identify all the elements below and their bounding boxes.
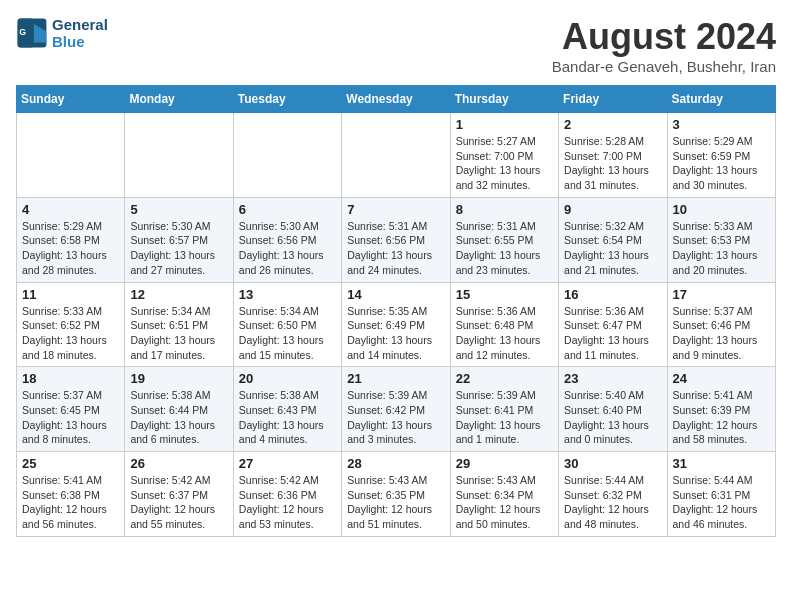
calendar-cell: 31Sunrise: 5:44 AM Sunset: 6:31 PM Dayli… — [667, 452, 775, 537]
day-info: Sunrise: 5:33 AM Sunset: 6:52 PM Dayligh… — [22, 304, 119, 363]
day-info: Sunrise: 5:31 AM Sunset: 6:56 PM Dayligh… — [347, 219, 444, 278]
day-info: Sunrise: 5:28 AM Sunset: 7:00 PM Dayligh… — [564, 134, 661, 193]
day-info: Sunrise: 5:30 AM Sunset: 6:56 PM Dayligh… — [239, 219, 336, 278]
calendar-cell: 23Sunrise: 5:40 AM Sunset: 6:40 PM Dayli… — [559, 367, 667, 452]
weekday-header-saturday: Saturday — [667, 86, 775, 113]
logo-text: GeneralBlue — [52, 16, 108, 50]
calendar-cell: 27Sunrise: 5:42 AM Sunset: 6:36 PM Dayli… — [233, 452, 341, 537]
day-info: Sunrise: 5:42 AM Sunset: 6:36 PM Dayligh… — [239, 473, 336, 532]
day-number: 20 — [239, 371, 336, 386]
page-header: G GeneralBlue August 2024 Bandar-e Genav… — [16, 16, 776, 77]
month-title: August 2024 — [552, 16, 776, 58]
day-info: Sunrise: 5:31 AM Sunset: 6:55 PM Dayligh… — [456, 219, 553, 278]
weekday-header-thursday: Thursday — [450, 86, 558, 113]
day-info: Sunrise: 5:39 AM Sunset: 6:41 PM Dayligh… — [456, 388, 553, 447]
day-info: Sunrise: 5:41 AM Sunset: 6:38 PM Dayligh… — [22, 473, 119, 532]
day-number: 26 — [130, 456, 227, 471]
calendar-cell: 16Sunrise: 5:36 AM Sunset: 6:47 PM Dayli… — [559, 282, 667, 367]
calendar-cell: 9Sunrise: 5:32 AM Sunset: 6:54 PM Daylig… — [559, 197, 667, 282]
logo-icon: G — [16, 17, 48, 49]
day-info: Sunrise: 5:44 AM Sunset: 6:32 PM Dayligh… — [564, 473, 661, 532]
svg-text:G: G — [19, 27, 26, 37]
day-number: 9 — [564, 202, 661, 217]
day-info: Sunrise: 5:27 AM Sunset: 7:00 PM Dayligh… — [456, 134, 553, 193]
day-number: 6 — [239, 202, 336, 217]
calendar-cell: 26Sunrise: 5:42 AM Sunset: 6:37 PM Dayli… — [125, 452, 233, 537]
day-info: Sunrise: 5:38 AM Sunset: 6:43 PM Dayligh… — [239, 388, 336, 447]
calendar-cell: 25Sunrise: 5:41 AM Sunset: 6:38 PM Dayli… — [17, 452, 125, 537]
calendar-cell: 6Sunrise: 5:30 AM Sunset: 6:56 PM Daylig… — [233, 197, 341, 282]
calendar-cell: 19Sunrise: 5:38 AM Sunset: 6:44 PM Dayli… — [125, 367, 233, 452]
calendar-table: SundayMondayTuesdayWednesdayThursdayFrid… — [16, 85, 776, 537]
day-info: Sunrise: 5:35 AM Sunset: 6:49 PM Dayligh… — [347, 304, 444, 363]
calendar-cell: 29Sunrise: 5:43 AM Sunset: 6:34 PM Dayli… — [450, 452, 558, 537]
day-number: 15 — [456, 287, 553, 302]
day-number: 29 — [456, 456, 553, 471]
day-number: 7 — [347, 202, 444, 217]
day-number: 24 — [673, 371, 770, 386]
calendar-cell: 5Sunrise: 5:30 AM Sunset: 6:57 PM Daylig… — [125, 197, 233, 282]
day-number: 31 — [673, 456, 770, 471]
calendar-cell — [17, 113, 125, 198]
calendar-cell: 4Sunrise: 5:29 AM Sunset: 6:58 PM Daylig… — [17, 197, 125, 282]
calendar-cell: 30Sunrise: 5:44 AM Sunset: 6:32 PM Dayli… — [559, 452, 667, 537]
calendar-week-row: 11Sunrise: 5:33 AM Sunset: 6:52 PM Dayli… — [17, 282, 776, 367]
day-info: Sunrise: 5:32 AM Sunset: 6:54 PM Dayligh… — [564, 219, 661, 278]
day-number: 22 — [456, 371, 553, 386]
calendar-week-row: 18Sunrise: 5:37 AM Sunset: 6:45 PM Dayli… — [17, 367, 776, 452]
day-number: 17 — [673, 287, 770, 302]
day-info: Sunrise: 5:38 AM Sunset: 6:44 PM Dayligh… — [130, 388, 227, 447]
day-number: 4 — [22, 202, 119, 217]
weekday-header-friday: Friday — [559, 86, 667, 113]
calendar-cell — [342, 113, 450, 198]
day-info: Sunrise: 5:34 AM Sunset: 6:51 PM Dayligh… — [130, 304, 227, 363]
calendar-cell: 3Sunrise: 5:29 AM Sunset: 6:59 PM Daylig… — [667, 113, 775, 198]
day-info: Sunrise: 5:37 AM Sunset: 6:45 PM Dayligh… — [22, 388, 119, 447]
weekday-header-row: SundayMondayTuesdayWednesdayThursdayFrid… — [17, 86, 776, 113]
logo: G GeneralBlue — [16, 16, 108, 50]
calendar-cell — [233, 113, 341, 198]
calendar-cell: 28Sunrise: 5:43 AM Sunset: 6:35 PM Dayli… — [342, 452, 450, 537]
calendar-cell: 21Sunrise: 5:39 AM Sunset: 6:42 PM Dayli… — [342, 367, 450, 452]
weekday-header-tuesday: Tuesday — [233, 86, 341, 113]
day-info: Sunrise: 5:36 AM Sunset: 6:47 PM Dayligh… — [564, 304, 661, 363]
calendar-cell: 12Sunrise: 5:34 AM Sunset: 6:51 PM Dayli… — [125, 282, 233, 367]
day-number: 13 — [239, 287, 336, 302]
calendar-cell: 18Sunrise: 5:37 AM Sunset: 6:45 PM Dayli… — [17, 367, 125, 452]
day-info: Sunrise: 5:37 AM Sunset: 6:46 PM Dayligh… — [673, 304, 770, 363]
day-number: 28 — [347, 456, 444, 471]
calendar-cell: 8Sunrise: 5:31 AM Sunset: 6:55 PM Daylig… — [450, 197, 558, 282]
day-info: Sunrise: 5:42 AM Sunset: 6:37 PM Dayligh… — [130, 473, 227, 532]
day-number: 14 — [347, 287, 444, 302]
day-info: Sunrise: 5:43 AM Sunset: 6:35 PM Dayligh… — [347, 473, 444, 532]
calendar-cell: 1Sunrise: 5:27 AM Sunset: 7:00 PM Daylig… — [450, 113, 558, 198]
calendar-cell: 24Sunrise: 5:41 AM Sunset: 6:39 PM Dayli… — [667, 367, 775, 452]
day-number: 16 — [564, 287, 661, 302]
calendar-cell: 17Sunrise: 5:37 AM Sunset: 6:46 PM Dayli… — [667, 282, 775, 367]
calendar-cell: 14Sunrise: 5:35 AM Sunset: 6:49 PM Dayli… — [342, 282, 450, 367]
day-number: 21 — [347, 371, 444, 386]
day-info: Sunrise: 5:29 AM Sunset: 6:58 PM Dayligh… — [22, 219, 119, 278]
calendar-cell: 2Sunrise: 5:28 AM Sunset: 7:00 PM Daylig… — [559, 113, 667, 198]
day-number: 30 — [564, 456, 661, 471]
day-info: Sunrise: 5:29 AM Sunset: 6:59 PM Dayligh… — [673, 134, 770, 193]
day-info: Sunrise: 5:30 AM Sunset: 6:57 PM Dayligh… — [130, 219, 227, 278]
day-info: Sunrise: 5:40 AM Sunset: 6:40 PM Dayligh… — [564, 388, 661, 447]
location-subtitle: Bandar-e Genaveh, Bushehr, Iran — [552, 58, 776, 75]
day-info: Sunrise: 5:41 AM Sunset: 6:39 PM Dayligh… — [673, 388, 770, 447]
day-number: 25 — [22, 456, 119, 471]
day-info: Sunrise: 5:44 AM Sunset: 6:31 PM Dayligh… — [673, 473, 770, 532]
calendar-week-row: 4Sunrise: 5:29 AM Sunset: 6:58 PM Daylig… — [17, 197, 776, 282]
calendar-cell: 22Sunrise: 5:39 AM Sunset: 6:41 PM Dayli… — [450, 367, 558, 452]
day-number: 19 — [130, 371, 227, 386]
calendar-cell: 20Sunrise: 5:38 AM Sunset: 6:43 PM Dayli… — [233, 367, 341, 452]
day-number: 8 — [456, 202, 553, 217]
day-number: 12 — [130, 287, 227, 302]
title-section: August 2024 Bandar-e Genaveh, Bushehr, I… — [552, 16, 776, 75]
day-info: Sunrise: 5:36 AM Sunset: 6:48 PM Dayligh… — [456, 304, 553, 363]
day-number: 10 — [673, 202, 770, 217]
weekday-header-sunday: Sunday — [17, 86, 125, 113]
calendar-cell: 13Sunrise: 5:34 AM Sunset: 6:50 PM Dayli… — [233, 282, 341, 367]
day-number: 11 — [22, 287, 119, 302]
calendar-cell: 10Sunrise: 5:33 AM Sunset: 6:53 PM Dayli… — [667, 197, 775, 282]
